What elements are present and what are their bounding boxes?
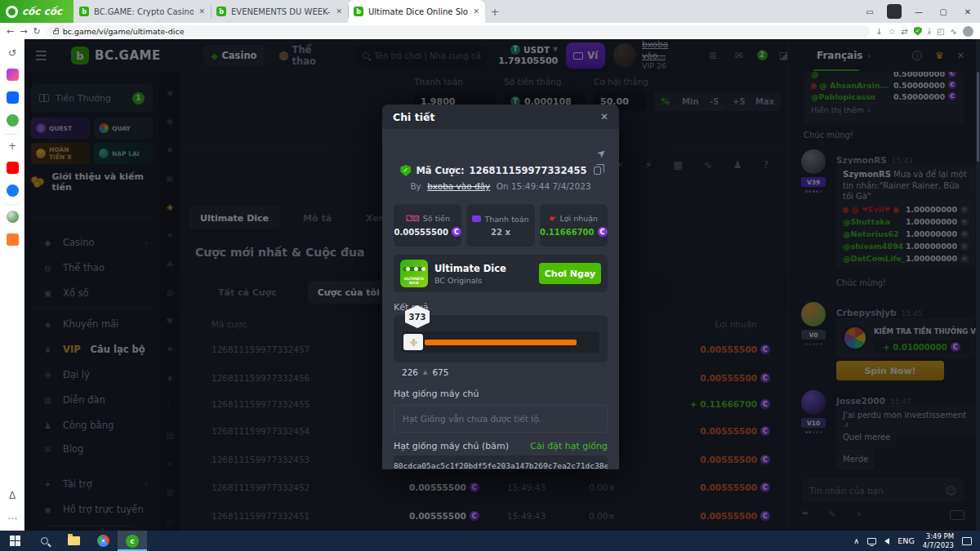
coin-icon: C [598,227,608,237]
modal-close-icon[interactable]: ✕ [600,111,608,122]
card-icon [472,216,481,222]
profile-avatar-icon[interactable] [963,26,973,37]
stat-profit: ☛Lợi nhuận 0.11666700C [540,204,608,247]
tab-close-icon[interactable]: ✕ [336,7,342,16]
range-max: 675 [432,367,448,377]
bet-datetime: 15:49:44 7/4/2023 [511,181,591,191]
address-bar: ← → ↻ bc.game/vi/game/ultimate-dice ↓ ☆ … [0,23,980,39]
tab-title: Ultimate Dice Online Slot - P [368,7,468,16]
dice-icon: ⚁⚄ [405,214,419,223]
slider-handle[interactable]: ‹∥› [403,334,423,350]
modal-body: ➤ ✓ Mã Cược: 126811159977332455 By bxoba… [382,129,619,469]
game-provider[interactable]: BC Originals [434,276,506,285]
copy-icon[interactable] [594,167,601,175]
add-shortcut-icon[interactable]: + [0,140,24,152]
game-name: Ultimate Dice [434,263,506,274]
adblock-shield-icon[interactable]: ✓ [914,27,922,36]
seed-hash-row: Hạt giống máy chủ (băm) Cài đặt hạt giốn… [394,441,608,451]
bc-favicon-icon: b [354,7,363,16]
coccoc-logo-icon [6,6,18,18]
lock-icon [53,30,59,34]
screen: cốc cốc b BC.GAME: Crypto Casino Gan ✕ b… [0,0,980,551]
verified-shield-icon: ✓ [400,165,411,176]
browser-profile-avatar[interactable] [887,4,902,19]
game-card: ULTIMATE DICE Ultimate Dice BC Originals… [394,255,608,292]
page-scrollbar[interactable] [976,39,980,531]
tab-title: BC.GAME: Crypto Casino Gan [94,7,194,16]
action-center-icon[interactable] [962,537,972,545]
bet-id-label: Mã Cược: [416,165,464,176]
file-explorer-icon[interactable] [59,531,88,551]
bet-username[interactable]: bxoba vào đây [427,181,490,191]
football-icon[interactable] [0,211,24,225]
taskbar-search-icon[interactable] [29,531,59,551]
slider-range-bar [425,340,577,345]
start-button[interactable] [0,531,29,551]
brand-label: cốc cốc [22,6,62,17]
translate-icon[interactable]: ⇄ [901,27,907,36]
messenger-icon[interactable] [0,69,24,83]
url-field[interactable]: bc.game/vi/game/ultimate-dice [47,25,870,38]
site-viewport: b BC.GAME ◆ Casino Thể thao T [24,39,980,531]
cast-icon[interactable]: ▭ [858,7,882,16]
stats-icon[interactable]: ∿ [951,27,957,36]
shopping-icon[interactable] [0,233,24,248]
tab-ultimate-dice[interactable]: b Ultimate Dice Online Slot - P ✕ [348,0,485,23]
stat-payout: Thanh toán 22 x [466,204,534,247]
bet-by-row: By bxoba vào đây On 15:49:44 7/4/2023 [382,181,619,191]
modal-title: Chi tiết [393,111,434,123]
modal-header: Chi tiết ✕ [382,104,619,129]
input-language[interactable]: ENG [898,536,914,545]
play-now-button[interactable]: Chơi Ngay [539,263,601,284]
games-icon[interactable] [0,114,24,129]
bc-favicon-icon: b [216,7,226,16]
facebook-icon[interactable] [0,184,24,199]
bookmark-star-icon[interactable]: ☆ [888,27,895,36]
coin-icon: C [452,227,461,237]
more-icon[interactable]: ⋯ [0,513,24,524]
downloads-icon[interactable]: ⤓ [928,26,931,36]
youtube-icon[interactable] [0,162,24,176]
notifications-bell-icon[interactable]: Δ [0,490,24,501]
tab-close-icon[interactable]: ✕ [473,7,479,16]
seed-settings-link[interactable]: Cài đặt hạt giống [530,441,608,451]
close-button[interactable]: ✕ [956,7,980,16]
volume-icon[interactable] [884,538,889,544]
new-tab-button[interactable]: + [485,0,505,23]
zalo-icon[interactable] [0,91,24,106]
on-label: On [497,181,509,191]
reload-icon[interactable]: ↻ [33,26,40,37]
tab-events[interactable]: b ÉVÈNEMENTS DU WEEK-END ✕ [211,0,348,23]
history-icon[interactable]: ↺ [0,47,24,59]
pointer-caret-icon: ▲ [423,369,427,375]
server-seed-label: Hạt giống máy chủ [394,389,479,399]
window-controls: ▭ — ▢ ✕ [858,0,980,23]
browser-brand[interactable]: cốc cốc [0,0,74,23]
result-slider-panel: 373 ‹∥› [394,315,608,362]
share-icon[interactable]: ➤ [595,145,609,161]
bc-favicon-icon: b [79,7,89,16]
tab-close-icon[interactable]: ✕ [198,7,205,16]
save-icon[interactable]: ↓ [875,27,882,36]
chrome-icon[interactable] [88,531,118,551]
ultimate-dice-icon: ULTIMATE DICE [400,260,428,287]
coccoc-taskbar-icon[interactable]: c [118,531,147,551]
seed-hash-label: Hạt giống máy chủ (băm) [394,441,509,451]
clock[interactable]: 3:49 PM 4/7/2023 [923,532,954,549]
browser-side-rail: ↺ + Δ ⋯ [0,39,24,531]
network-icon[interactable] [867,538,876,544]
maximize-button[interactable]: ▢ [931,7,956,16]
browser-body: ↺ + Δ ⋯ b BC.GAME ◆ [0,39,980,531]
browser-tabbar: cốc cốc b BC.GAME: Crypto Casino Gan ✕ b… [0,0,980,23]
url-text: bc.game/vi/game/ultimate-dice [63,27,185,36]
back-icon[interactable]: ← [7,26,14,37]
forward-icon[interactable]: → [20,26,27,37]
hand-coin-icon: ☛ [550,214,557,223]
system-tray: ∧ ENG 3:49 PM 4/7/2023 [853,532,980,549]
range-values: 226 ▲ 675 [402,367,448,377]
extension-puzzle-icon[interactable]: ◰ [937,27,944,36]
tab-bcgame[interactable]: b BC.GAME: Crypto Casino Gan ✕ [74,0,211,23]
seed-hash-value: 80cdca05ac5c1f20bdf5fe203a147b269c7ea2c7… [394,455,608,469]
tray-expand-icon[interactable]: ∧ [853,536,859,545]
minimize-button[interactable]: — [906,7,931,16]
